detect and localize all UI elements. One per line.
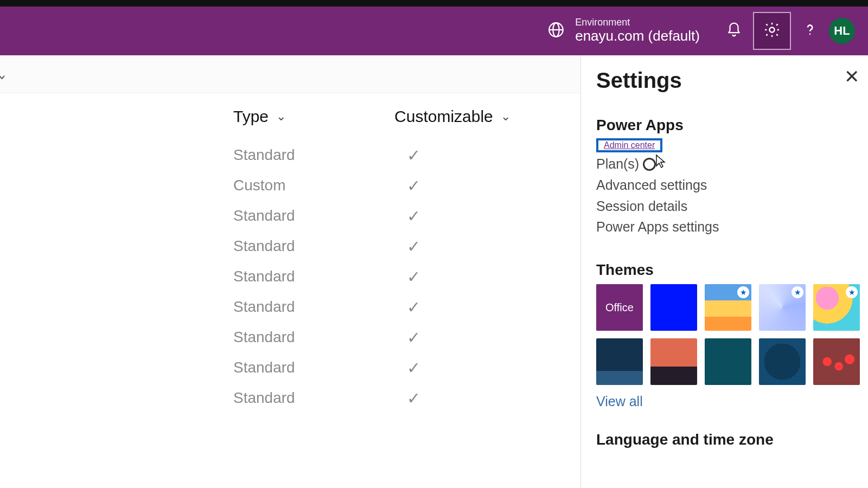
themes-grid: Office ★ ★ ★	[596, 284, 855, 385]
bell-icon	[726, 22, 742, 40]
cell-type: Standard	[233, 237, 407, 255]
column-header-customizable[interactable]: Customizable ⌄	[394, 107, 510, 126]
link-plans[interactable]: Plan(s)	[596, 153, 855, 175]
theme-lights[interactable]	[813, 338, 860, 385]
svg-point-2	[769, 27, 774, 32]
column-header-customizable-label: Customizable	[394, 107, 493, 126]
main-content: ⌄ Type ⌄ Customizable ⌄ Standard✓ Custom…	[0, 55, 868, 488]
app-header: Environment enayu.com (default) HL	[0, 7, 868, 55]
chevron-down-icon: ⌄	[276, 110, 286, 124]
theme-office[interactable]: Office	[596, 284, 643, 331]
cell-type: Standard	[233, 389, 407, 407]
link-power-apps-settings[interactable]: Power Apps settings	[596, 216, 855, 237]
info-icon	[643, 158, 656, 171]
check-icon: ✓	[407, 358, 439, 377]
check-icon: ✓	[407, 267, 439, 286]
chevron-down-icon: ⌄	[501, 110, 510, 124]
svg-point-3	[809, 33, 811, 35]
check-icon: ✓	[407, 298, 439, 317]
check-icon: ✓	[407, 237, 439, 256]
settings-button[interactable]	[753, 12, 791, 50]
cell-type: Custom	[233, 177, 407, 194]
theme-palms[interactable]	[650, 338, 697, 385]
check-icon: ✓	[407, 146, 439, 165]
chevron-down-icon: ⌄	[0, 65, 8, 83]
section-language-title: Language and time zone	[596, 431, 855, 448]
environment-label: Environment	[575, 17, 700, 28]
link-advanced-settings[interactable]: Advanced settings	[596, 175, 855, 196]
check-icon: ✓	[407, 207, 439, 226]
notifications-button[interactable]	[715, 12, 753, 50]
cell-type: Standard	[233, 329, 407, 346]
gear-icon	[763, 21, 781, 41]
cell-type: Standard	[233, 359, 407, 376]
themes-view-all[interactable]: View all	[596, 394, 643, 409]
help-button[interactable]	[791, 12, 829, 50]
check-icon: ✓	[407, 176, 439, 195]
environment-name: enayu.com (default)	[575, 28, 700, 44]
column-header-type[interactable]: Type ⌄	[233, 107, 286, 126]
globe-icon	[547, 21, 565, 41]
theme-mountain[interactable]	[596, 338, 643, 385]
link-plans-label: Plan(s)	[596, 156, 639, 171]
avatar[interactable]: HL	[829, 18, 855, 44]
theme-blue[interactable]	[650, 284, 697, 331]
cell-type: Standard	[233, 207, 407, 224]
browser-top-strip	[0, 0, 868, 7]
close-button[interactable]: ✕	[844, 67, 859, 86]
theme-unicorn[interactable]: ★	[813, 284, 860, 331]
column-header-type-label: Type	[233, 107, 269, 126]
check-icon: ✓	[407, 328, 439, 347]
star-icon: ★	[792, 286, 803, 298]
question-icon	[802, 22, 818, 40]
theme-navigation[interactable]	[759, 338, 806, 385]
environment-text: Environment enayu.com (default)	[575, 17, 700, 45]
theme-rainbow[interactable]: ★	[705, 284, 751, 331]
check-icon: ✓	[407, 389, 439, 408]
cell-type: Standard	[233, 268, 407, 285]
power-apps-links: Admin center Plan(s) Advanced settings S…	[596, 138, 855, 237]
star-icon: ★	[737, 286, 749, 298]
theme-circuit[interactable]	[705, 338, 751, 385]
settings-panel: Settings ✕ Power Apps Admin center Plan(…	[580, 55, 868, 488]
section-themes-title: Themes	[596, 261, 855, 279]
section-power-apps-title: Power Apps	[596, 117, 855, 134]
close-icon: ✕	[844, 66, 859, 87]
link-admin-center-label: Admin center	[604, 140, 655, 150]
link-session-details[interactable]: Session details	[596, 196, 855, 217]
cell-type: Standard	[233, 298, 407, 316]
link-admin-center[interactable]: Admin center	[596, 138, 662, 152]
cell-type: Standard	[233, 146, 407, 164]
settings-panel-title: Settings	[596, 68, 855, 93]
theme-office-label: Office	[596, 284, 643, 331]
star-icon: ★	[846, 286, 858, 298]
theme-ribbon[interactable]: ★	[759, 284, 806, 331]
environment-picker[interactable]: Environment enayu.com (default)	[547, 17, 700, 45]
